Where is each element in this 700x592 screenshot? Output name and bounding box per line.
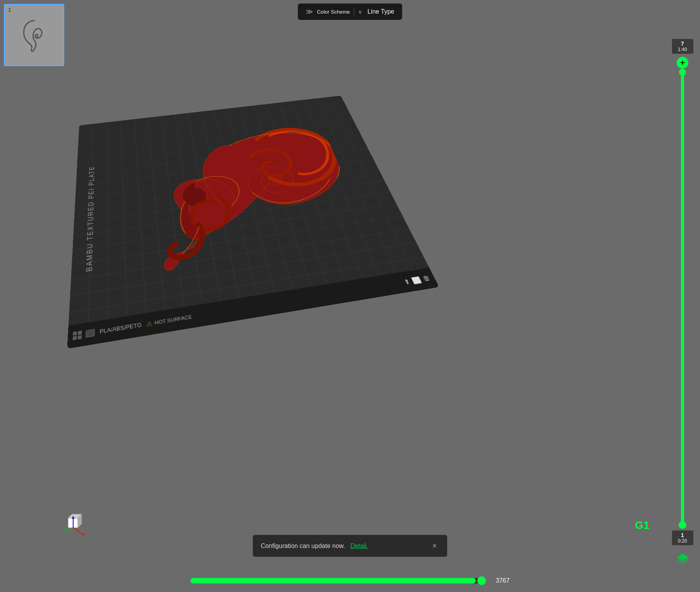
- slider-bottom-number: 1: [674, 532, 691, 538]
- bottom-progress-bar: 3767: [190, 577, 510, 584]
- notification-link[interactable]: Detail.: [350, 543, 368, 550]
- progress-fill: [190, 578, 476, 583]
- slider-bottom-time: 0:20: [674, 538, 691, 544]
- slider-top-info: 7 1:40: [672, 39, 693, 54]
- slider-thumb-top[interactable]: [679, 69, 686, 76]
- color-scheme-label: Color Scheme: [317, 9, 350, 15]
- slider-bottom-info: 1 0:20: [672, 530, 693, 545]
- progress-thumb[interactable]: [477, 576, 486, 585]
- plate-material-label: PLA/ABS/PETG: [100, 322, 142, 335]
- right-slider-panel: 7 1:40 + 1 0:20: [673, 39, 692, 545]
- color-scheme-button[interactable]: ≫ Color Scheme ∨ Line Type: [298, 4, 402, 20]
- color-scheme-icon: ≫: [306, 7, 313, 16]
- plate-icons: [73, 328, 95, 340]
- viewport[interactable]: Bambu Textured PEI Plate: [0, 0, 700, 592]
- build-plate-container: Bambu Textured PEI Plate: [67, 95, 439, 349]
- slider-plus-button[interactable]: +: [677, 57, 688, 69]
- progress-track[interactable]: [190, 578, 485, 583]
- divider: [354, 8, 354, 16]
- g1-label: G1: [635, 519, 649, 532]
- layers-icon-button[interactable]: [675, 552, 690, 567]
- svg-line-3: [73, 528, 84, 536]
- slider-top-time: 1:40: [674, 47, 691, 52]
- layers-icon: [676, 552, 690, 566]
- build-plate: Bambu Textured PEI Plate: [67, 95, 439, 349]
- chevron-down-icon: ∨: [358, 9, 362, 15]
- ear-icon: [21, 18, 48, 53]
- top-bar: ≫ Color Scheme ∨ Line Type: [0, 0, 700, 23]
- notification-bar: Configuration can update now. Detail. ×: [253, 535, 447, 557]
- axes-indicator: [60, 510, 88, 537]
- slider-track[interactable]: [681, 70, 684, 527]
- notification-message: Configuration can update now.: [261, 543, 345, 550]
- thumbnail-panel[interactable]: 1: [4, 4, 64, 66]
- plate-actions: ⬆ ⬜ 🗑: [403, 274, 432, 286]
- slider-top-number: 7: [674, 41, 691, 47]
- thumbnail-image: [5, 5, 63, 65]
- hot-surface-warning: ⚠ HOT SURFACE: [146, 313, 192, 328]
- slider-thumb-bottom[interactable]: [679, 521, 686, 529]
- progress-value: 3767: [490, 577, 510, 584]
- line-type-label: Line Type: [368, 8, 394, 15]
- thumbnail-number: 1: [8, 7, 11, 13]
- notification-close-button[interactable]: ×: [430, 541, 439, 551]
